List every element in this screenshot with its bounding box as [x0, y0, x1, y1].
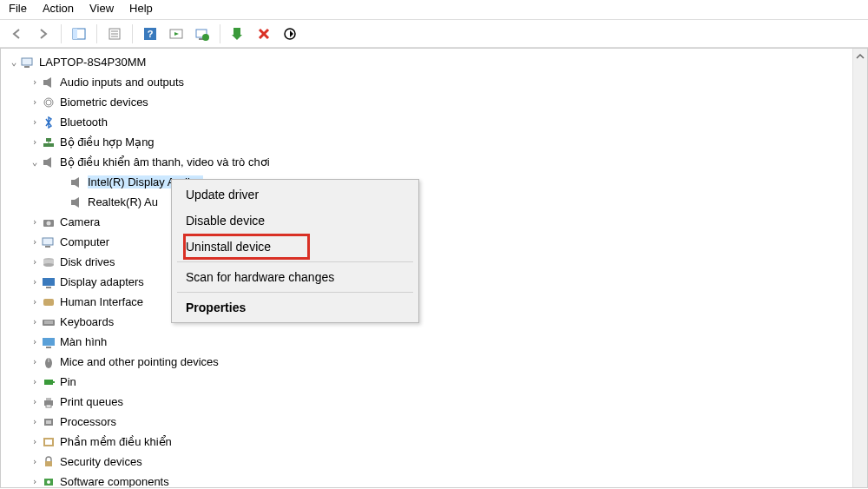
svg-rect-20 — [24, 66, 30, 68]
forward-button[interactable] — [32, 23, 55, 45]
expand-arrow-icon[interactable]: › — [29, 96, 41, 108]
svg-rect-43 — [43, 299, 54, 306]
svg-rect-57 — [46, 420, 51, 424]
tree-category[interactable]: ›Print queues — [4, 392, 867, 412]
help-button[interactable]: ? — [139, 23, 161, 45]
tree-device[interactable]: Realtek(R) Au — [4, 192, 867, 212]
speaker-icon — [41, 155, 56, 169]
tree-category[interactable]: ›Audio inputs and outputs — [4, 72, 867, 92]
context-properties[interactable]: Properties — [174, 294, 417, 320]
expand-arrow-icon[interactable]: › — [29, 116, 41, 128]
tree-category-label: Software components — [60, 475, 176, 487]
tree-category[interactable]: ›Keyboards — [4, 312, 867, 332]
expand-arrow-icon[interactable]: › — [29, 336, 41, 347]
security-icon — [41, 455, 56, 469]
expand-arrow-icon[interactable]: › — [29, 316, 41, 327]
down-green-arrow-icon — [231, 27, 245, 41]
expand-arrow-icon[interactable]: › — [29, 76, 41, 88]
svg-point-35 — [47, 221, 51, 225]
expand-arrow-icon[interactable]: › — [29, 356, 41, 367]
svg-rect-26 — [46, 138, 51, 142]
properties-sheet-icon — [108, 28, 122, 40]
tree-category[interactable]: ›Pin — [4, 372, 867, 392]
properties-button[interactable] — [103, 23, 126, 45]
tree-root[interactable]: ⌄ LAPTOP-8S4P30MM — [4, 52, 867, 72]
expand-arrow-icon[interactable]: › — [29, 276, 41, 287]
mouse-icon — [41, 355, 56, 369]
toolbar-separator — [96, 24, 97, 43]
tree-device-label: Realtek(R) Au — [88, 195, 165, 208]
back-button[interactable] — [6, 23, 29, 45]
expand-arrow-icon[interactable]: › — [29, 476, 41, 487]
tree-root-label: LAPTOP-8S4P30MM — [39, 56, 153, 69]
svg-rect-52 — [53, 381, 55, 383]
tree-category[interactable]: ›Phần mềm điều khiển — [4, 432, 867, 452]
svg-rect-47 — [43, 338, 55, 346]
console-tree-icon — [72, 28, 86, 40]
svg-rect-30 — [71, 180, 75, 185]
speaker-icon — [41, 76, 56, 89]
expand-arrow-icon[interactable]: › — [29, 216, 41, 228]
disable-device-button[interactable] — [227, 23, 249, 45]
expand-arrow-icon[interactable]: › — [29, 256, 41, 268]
help-icon: ? — [143, 27, 157, 41]
context-update-driver[interactable]: Update driver — [174, 182, 417, 208]
tree-category[interactable]: ›Màn hình — [4, 332, 867, 352]
tree-category[interactable]: ›Bộ điều hợp Mạng — [4, 132, 867, 152]
svg-rect-1 — [73, 29, 77, 39]
tree-category-label: Camera — [60, 215, 107, 228]
svg-rect-54 — [46, 398, 51, 400]
tree-category[interactable]: ›Disk drives — [4, 252, 867, 272]
computer-icon — [20, 56, 36, 69]
svg-rect-25 — [43, 143, 54, 147]
context-disable-device[interactable]: Disable device — [174, 208, 417, 234]
toolbar-separator — [220, 24, 220, 43]
tree-category[interactable]: ›Processors — [4, 412, 867, 432]
tree-category[interactable]: ›Camera — [4, 212, 867, 232]
context-scan-hardware[interactable]: Scan for hardware changes — [174, 264, 417, 290]
tree-category[interactable]: ›Software components — [4, 472, 867, 487]
context-separator — [177, 292, 413, 293]
tree-category[interactable]: ›Bluetooth — [4, 112, 867, 132]
menu-view[interactable]: View — [89, 2, 114, 15]
vertical-scrollbar[interactable] — [852, 49, 867, 487]
expand-arrow-icon[interactable]: › — [29, 296, 41, 307]
menu-file[interactable]: File — [9, 2, 27, 15]
expand-arrow-icon[interactable]: › — [29, 236, 41, 248]
tree-category-label: Human Interface — [60, 295, 150, 308]
enable-device-button[interactable] — [165, 23, 187, 45]
display-icon — [41, 275, 56, 289]
camera-icon — [41, 215, 56, 229]
tree-category[interactable]: ›Human Interface — [4, 292, 867, 312]
expand-arrow-icon[interactable]: › — [29, 436, 41, 447]
tree-category[interactable]: ›Security devices — [4, 452, 867, 472]
svg-marker-22 — [47, 77, 51, 88]
tree-device[interactable]: Intel(R) Display Audio — [4, 172, 867, 192]
tree-category[interactable]: ›Display adapters — [4, 272, 867, 292]
uninstall-device-button[interactable] — [253, 23, 275, 45]
show-hide-console-button[interactable] — [68, 23, 90, 45]
svg-rect-36 — [43, 238, 53, 245]
context-uninstall-device[interactable]: Uninstall device — [174, 234, 417, 260]
menu-action[interactable]: Action — [43, 2, 74, 15]
tree-category[interactable]: ›Biometric devices — [4, 92, 867, 112]
tree-category[interactable]: ›Mice and other pointing devices — [4, 352, 867, 372]
expand-arrow-icon[interactable]: › — [29, 456, 41, 467]
expand-arrow-icon[interactable]: › — [29, 376, 41, 387]
tree-category[interactable]: ›Computer — [4, 232, 867, 252]
expand-arrow-icon[interactable]: › — [29, 396, 41, 407]
red-x-icon — [257, 27, 271, 41]
expand-arrow-icon[interactable]: › — [29, 416, 41, 427]
expand-arrow-icon[interactable]: ⌄ — [29, 156, 41, 168]
scan-hardware-button[interactable] — [279, 23, 301, 45]
menu-help[interactable]: Help — [129, 2, 153, 15]
svg-marker-18 — [290, 30, 293, 37]
scroll-up-button[interactable] — [853, 49, 867, 63]
update-driver-button[interactable] — [191, 23, 214, 45]
expand-arrow-icon[interactable]: › — [29, 136, 41, 148]
svg-rect-41 — [43, 278, 55, 286]
arrow-right-icon — [36, 28, 50, 40]
expand-arrow-icon[interactable]: ⌄ — [8, 56, 20, 68]
tree-category[interactable]: ⌄Bộ điều khiển âm thanh, video và trò ch… — [4, 152, 867, 172]
context-menu: Update driver Disable device Uninstall d… — [171, 179, 419, 323]
